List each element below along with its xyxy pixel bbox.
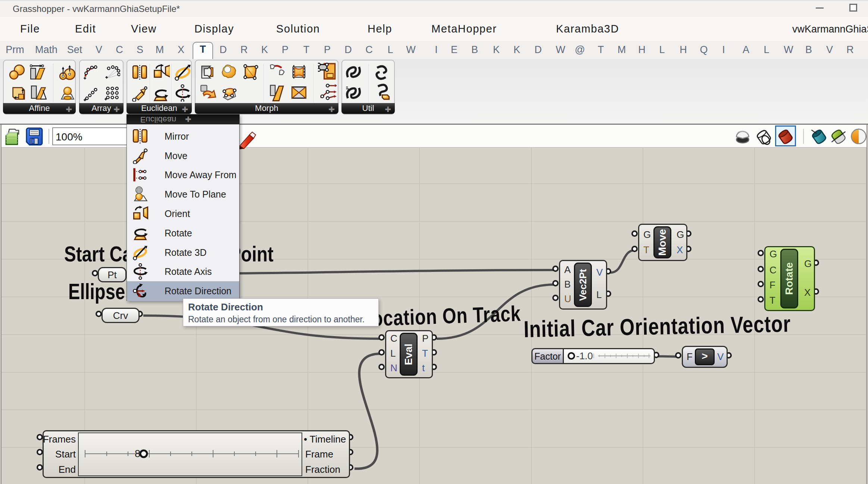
svg-text:-1.0: -1.0: [576, 350, 593, 362]
